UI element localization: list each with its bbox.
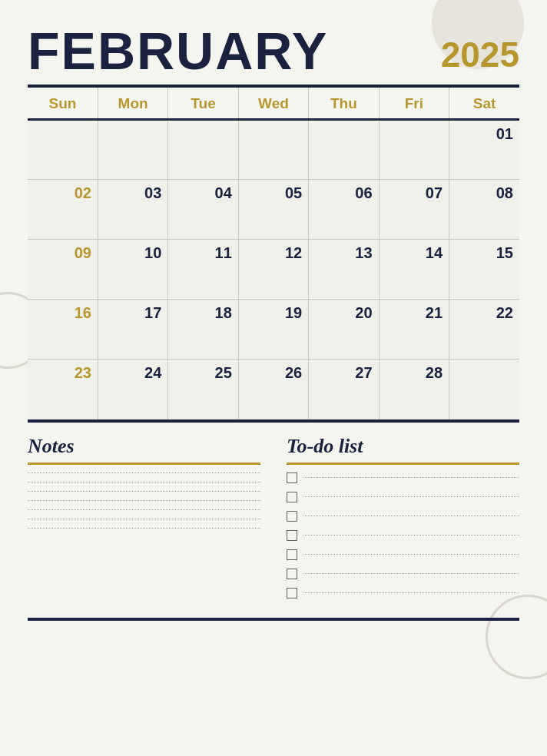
- calendar-cell: 16: [28, 300, 98, 360]
- todo-item: [287, 549, 519, 560]
- notes-line: [28, 519, 260, 519]
- todo-checkbox[interactable]: [287, 492, 297, 502]
- calendar-cell: 24: [98, 360, 167, 419]
- day-number: 11: [174, 244, 231, 262]
- day-number: 15: [456, 244, 513, 262]
- day-header-tue: Tue: [168, 88, 238, 120]
- bottom-section: Notes To-do list: [28, 435, 519, 607]
- todo-checkbox[interactable]: [287, 472, 297, 483]
- calendar-cell: 18: [168, 300, 238, 360]
- notes-line: [28, 482, 260, 482]
- day-number: 26: [245, 364, 302, 382]
- calendar-cell: 12: [238, 240, 308, 300]
- day-header-sat: Sat: [449, 88, 519, 120]
- year-title: 2025: [441, 37, 519, 77]
- deco-circle-right: [486, 595, 547, 679]
- todo-item: [287, 569, 519, 579]
- calendar-cell: 04: [168, 180, 238, 240]
- calendar-cell: 08: [449, 180, 519, 240]
- notes-line: [28, 491, 260, 492]
- todo-item: [287, 588, 519, 598]
- day-header-sun: Sun: [28, 88, 98, 120]
- calendar-bottom-rule: [28, 419, 519, 423]
- notes-line: [28, 472, 260, 473]
- todo-line: [303, 516, 519, 516]
- day-number: 04: [174, 184, 231, 202]
- calendar-cell: 21: [379, 300, 449, 360]
- days-header-row: SunMonTueWedThuFriSat: [28, 88, 519, 120]
- day-number: 14: [386, 244, 443, 262]
- calendar-header: FEBRUARY 2025: [28, 25, 519, 77]
- day-number: 25: [174, 364, 231, 382]
- day-number: 06: [315, 184, 372, 202]
- day-number: 28: [386, 364, 443, 382]
- todo-item: [287, 492, 519, 502]
- calendar-cell: 13: [309, 240, 379, 300]
- bottom-final-rule: [28, 618, 519, 621]
- day-number: 01: [456, 125, 513, 143]
- calendar-cell: 20: [309, 300, 379, 360]
- day-number: 16: [34, 304, 91, 322]
- day-number: 19: [245, 304, 302, 322]
- day-number: 20: [315, 304, 372, 322]
- calendar-table: SunMonTueWedThuFriSat 010203040506070809…: [28, 88, 519, 419]
- calendar-cell: 10: [98, 240, 167, 300]
- calendar-cell: [168, 120, 238, 180]
- day-number: 08: [456, 184, 513, 202]
- todo-item: [287, 472, 519, 483]
- todo-item: [287, 530, 519, 541]
- day-header-fri: Fri: [379, 88, 449, 120]
- day-number: 03: [104, 184, 161, 202]
- todo-title: To-do list: [287, 435, 519, 458]
- calendar-cell: 25: [168, 360, 238, 419]
- day-number: 09: [34, 244, 91, 262]
- day-number: 05: [245, 184, 302, 202]
- calendar-cell: [238, 120, 308, 180]
- todo-line: [303, 496, 519, 497]
- calendar-cell: [28, 120, 98, 180]
- notes-line: [28, 500, 260, 501]
- day-header-wed: Wed: [238, 88, 308, 120]
- calendar-cell: 26: [238, 360, 308, 419]
- day-number: 13: [315, 244, 372, 262]
- todo-checkbox[interactable]: [287, 588, 297, 598]
- calendar-cell: 09: [28, 240, 98, 300]
- calendar-cell: 27: [309, 360, 379, 419]
- calendar-cell: 06: [309, 180, 379, 240]
- todo-line: [303, 592, 519, 593]
- todo-checkbox[interactable]: [287, 569, 297, 579]
- day-header-thu: Thu: [309, 88, 379, 120]
- calendar-cell: 14: [379, 240, 449, 300]
- todo-items: [287, 472, 519, 598]
- todo-item: [287, 511, 519, 522]
- todo-section: To-do list: [279, 435, 519, 607]
- week-row-1: 01: [28, 120, 519, 180]
- todo-line: [303, 573, 519, 574]
- day-number: 07: [386, 184, 443, 202]
- todo-checkbox[interactable]: [287, 511, 297, 522]
- notes-lines: [28, 472, 260, 529]
- calendar-cell: 22: [449, 300, 519, 360]
- calendar-cell: [379, 120, 449, 180]
- week-row-4: 16171819202122: [28, 300, 519, 360]
- notes-section: Notes: [28, 435, 279, 607]
- week-row-5: 232425262728: [28, 360, 519, 419]
- day-number: 22: [456, 304, 513, 322]
- todo-checkbox[interactable]: [287, 549, 297, 560]
- calendar-cell: 03: [98, 180, 167, 240]
- calendar-cell: 02: [28, 180, 98, 240]
- notes-line: [28, 528, 260, 529]
- day-number: 12: [245, 244, 302, 262]
- calendar-cell: 17: [98, 300, 167, 360]
- day-number: 18: [174, 304, 231, 322]
- day-number: 21: [386, 304, 443, 322]
- todo-checkbox[interactable]: [287, 530, 297, 541]
- day-number: 02: [34, 184, 91, 202]
- day-number: 23: [34, 364, 91, 382]
- calendar-cell: 23: [28, 360, 98, 419]
- todo-underline: [287, 463, 519, 465]
- todo-line: [303, 535, 519, 536]
- day-number: 17: [104, 304, 161, 322]
- calendar-cell: 01: [449, 120, 519, 180]
- calendar-cell: [449, 360, 519, 419]
